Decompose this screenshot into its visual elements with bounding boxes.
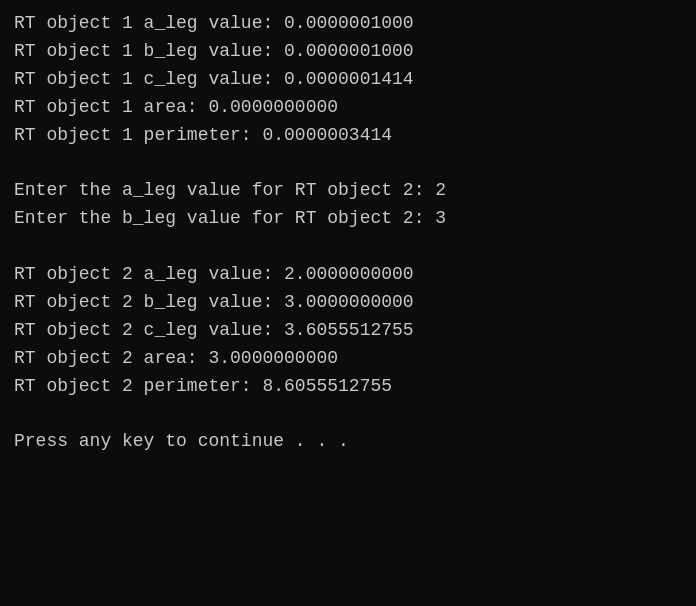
terminal-line: RT object 2 c_leg value: 3.6055512755 [14,317,682,345]
terminal-line [14,400,682,428]
terminal-line: Press any key to continue . . . [14,428,682,456]
terminal-line: RT object 2 b_leg value: 3.0000000000 [14,289,682,317]
terminal-line: RT object 1 perimeter: 0.0000003414 [14,122,682,150]
terminal-line: RT object 1 a_leg value: 0.0000001000 [14,10,682,38]
terminal-line: RT object 1 b_leg value: 0.0000001000 [14,38,682,66]
terminal-output: RT object 1 a_leg value: 0.0000001000RT … [0,0,696,606]
terminal-line: Enter the b_leg value for RT object 2: 3 [14,205,682,233]
terminal-line [14,149,682,177]
terminal-line: Enter the a_leg value for RT object 2: 2 [14,177,682,205]
terminal-line [14,233,682,261]
terminal-line: RT object 1 area: 0.0000000000 [14,94,682,122]
terminal-line: RT object 1 c_leg value: 0.0000001414 [14,66,682,94]
terminal-line: RT object 2 a_leg value: 2.0000000000 [14,261,682,289]
terminal-line: RT object 2 perimeter: 8.6055512755 [14,373,682,401]
terminal-line: RT object 2 area: 3.0000000000 [14,345,682,373]
